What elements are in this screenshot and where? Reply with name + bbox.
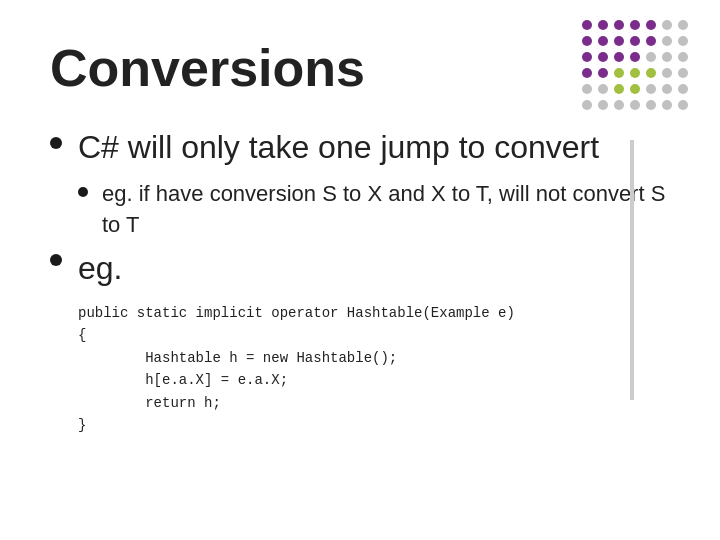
dot-grid-item — [630, 84, 640, 94]
dot-grid-item — [598, 84, 608, 94]
dot-grid-item — [614, 100, 624, 110]
sub-bullet-dot-1 — [78, 187, 88, 197]
dot-grid-item — [678, 20, 688, 30]
dot-grid-item — [598, 100, 608, 110]
dot-grid-item — [598, 52, 608, 62]
dot-grid-item — [630, 68, 640, 78]
dot-grid-item — [614, 20, 624, 30]
code-block: public static implicit operator Hashtabl… — [78, 302, 670, 436]
dot-grid-item — [598, 20, 608, 30]
sub-bullet-1-text: eg. if have conversion S to X and X to T… — [102, 179, 670, 241]
main-bullet-2: eg. — [50, 248, 670, 290]
dot-grid-item — [646, 36, 656, 46]
dot-grid-item — [646, 84, 656, 94]
dot-grid-item — [630, 52, 640, 62]
dot-grid-item — [630, 20, 640, 30]
dot-grid-decoration — [582, 20, 690, 112]
dot-grid-item — [646, 20, 656, 30]
dot-grid-item — [662, 20, 672, 30]
dot-grid-item — [646, 100, 656, 110]
main-bullet-1-text: C# will only take one jump to convert — [78, 127, 599, 169]
dot-grid-item — [678, 100, 688, 110]
dot-grid-item — [662, 68, 672, 78]
dot-grid-item — [582, 84, 592, 94]
dot-grid-item — [646, 68, 656, 78]
accent-bar — [630, 140, 634, 400]
main-bullet-2-text: eg. — [78, 248, 122, 290]
dot-grid-item — [630, 36, 640, 46]
dot-grid-item — [646, 52, 656, 62]
slide: Conversions C# will only take one jump t… — [0, 0, 720, 540]
dot-grid-item — [678, 68, 688, 78]
dot-grid-item — [662, 100, 672, 110]
dot-grid-item — [678, 84, 688, 94]
dot-grid-item — [630, 100, 640, 110]
main-bullet-1: C# will only take one jump to convert — [50, 127, 670, 169]
dot-grid-item — [614, 36, 624, 46]
dot-grid-item — [662, 84, 672, 94]
dot-grid-item — [662, 52, 672, 62]
dot-grid-item — [582, 68, 592, 78]
dot-grid-item — [598, 36, 608, 46]
dot-grid-item — [614, 68, 624, 78]
slide-title: Conversions — [50, 40, 670, 97]
dot-grid-item — [598, 68, 608, 78]
dot-grid-item — [614, 84, 624, 94]
dot-grid-item — [614, 52, 624, 62]
bullet-dot-1 — [50, 137, 62, 149]
dot-grid-item — [582, 20, 592, 30]
dot-grid-item — [678, 52, 688, 62]
dot-grid-item — [582, 100, 592, 110]
dot-grid-item — [582, 52, 592, 62]
dot-grid-item — [678, 36, 688, 46]
bullet-dot-2 — [50, 254, 62, 266]
dot-grid-item — [662, 36, 672, 46]
dot-grid-item — [582, 36, 592, 46]
sub-bullet-1: eg. if have conversion S to X and X to T… — [78, 179, 670, 241]
